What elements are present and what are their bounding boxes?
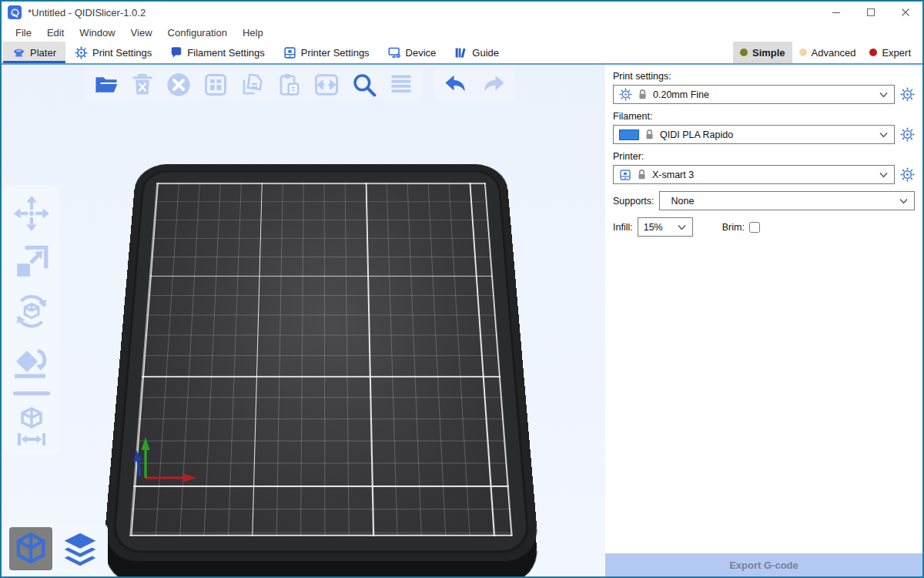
filament-value: QIDI PLA Rapido xyxy=(660,129,874,140)
open-button[interactable] xyxy=(94,74,119,96)
close-button[interactable] xyxy=(888,2,922,23)
print-settings-label: Print settings: xyxy=(613,71,915,82)
copy-icon xyxy=(240,72,265,97)
place-on-face-button[interactable] xyxy=(12,341,52,381)
object-manipulation-toolbar xyxy=(3,185,59,455)
variable-layer-height-button[interactable] xyxy=(390,73,413,96)
brim-checkbox[interactable] xyxy=(749,222,760,233)
trash-icon xyxy=(132,73,153,96)
maximize-button[interactable] xyxy=(853,2,888,23)
simple-dot-icon xyxy=(740,49,748,56)
open-folder-icon xyxy=(94,74,119,96)
arrange-button[interactable] xyxy=(204,73,227,96)
mode-simple[interactable]: Simple xyxy=(733,42,792,63)
filament-color-swatch xyxy=(619,129,639,140)
undo-button[interactable] xyxy=(444,74,468,96)
tab-label: Plater xyxy=(30,47,56,59)
mode-label: Simple xyxy=(752,47,785,59)
3d-viewport[interactable] xyxy=(2,65,605,576)
tab-filament-settings[interactable]: Filament Settings xyxy=(161,42,273,63)
menu-help[interactable]: Help xyxy=(235,27,271,39)
chevron-down-icon xyxy=(879,172,888,178)
tabbar: Plater Print Settings Filament Settings … xyxy=(2,42,922,65)
menu-file[interactable]: File xyxy=(8,27,39,39)
scale-icon xyxy=(12,243,51,281)
export-gcode-button[interactable]: Export G-code xyxy=(605,553,922,576)
move-button[interactable] xyxy=(12,194,51,233)
measure-button[interactable] xyxy=(12,405,51,445)
printer-combo[interactable]: X-smart 3 xyxy=(613,165,895,184)
preview-view-button[interactable] xyxy=(59,527,102,570)
advanced-dot-icon xyxy=(799,49,807,56)
menu-view[interactable]: View xyxy=(123,27,160,39)
mode-label: Advanced xyxy=(812,47,856,59)
tab-printer-settings[interactable]: Printer Settings xyxy=(274,42,379,63)
delete-all-button[interactable] xyxy=(166,72,191,97)
mode-expert[interactable]: Expert xyxy=(862,42,918,63)
redo-button[interactable] xyxy=(481,74,506,96)
copy-button[interactable] xyxy=(240,72,265,97)
platter-icon xyxy=(12,46,25,59)
filament-combo[interactable]: QIDI PLA Rapido xyxy=(613,125,895,144)
toolbar-divider xyxy=(13,391,50,395)
tab-print-settings[interactable]: Print Settings xyxy=(65,42,161,63)
move-icon xyxy=(12,194,51,233)
lock-icon xyxy=(637,169,647,180)
z-axis-arrow xyxy=(138,459,140,476)
print-settings-gear-button[interactable] xyxy=(899,87,915,102)
supports-combo[interactable]: None xyxy=(659,191,915,210)
mode-advanced[interactable]: Advanced xyxy=(792,42,863,63)
menu-configuration[interactable]: Configuration xyxy=(160,27,235,39)
3d-editor-view-button[interactable] xyxy=(9,527,52,570)
preview-layers-icon xyxy=(62,530,99,567)
rotate-button[interactable] xyxy=(12,291,52,331)
print-settings-combo[interactable]: 0.20mm Fine xyxy=(613,85,895,104)
flatten-icon xyxy=(12,341,52,381)
tab-plater[interactable]: Plater xyxy=(3,42,65,63)
mode-switcher: Simple Advanced Expert xyxy=(733,42,922,63)
tab-guide[interactable]: Guide xyxy=(445,42,508,63)
menu-edit[interactable]: Edit xyxy=(39,27,72,39)
app-logo-icon xyxy=(8,5,22,19)
gear-icon xyxy=(900,87,915,102)
arrange-icon xyxy=(204,73,227,96)
main-area: Print settings: 0.20mm Fine Filament: QI… xyxy=(2,65,922,576)
printer-gear-button[interactable] xyxy=(899,167,915,183)
tab-label: Guide xyxy=(472,47,499,59)
paste-button[interactable] xyxy=(278,72,301,97)
filament-icon xyxy=(170,46,182,59)
print-bed xyxy=(90,107,552,576)
paste-icon xyxy=(278,72,301,97)
rotate-icon xyxy=(12,291,52,331)
gear-icon xyxy=(900,167,915,182)
gear-icon xyxy=(75,46,88,59)
printer-value: X-smart 3 xyxy=(652,170,874,180)
main-toolbar xyxy=(85,68,422,101)
gear-icon xyxy=(900,127,915,142)
delete-button[interactable] xyxy=(132,73,153,96)
origin-axes xyxy=(129,433,213,489)
tab-label: Filament Settings xyxy=(187,47,264,59)
infill-value: 15% xyxy=(644,222,672,233)
minimize-button[interactable] xyxy=(819,2,853,23)
infill-combo[interactable]: 15% xyxy=(638,217,693,237)
split-button[interactable] xyxy=(314,73,339,96)
split-icon xyxy=(314,73,339,96)
chevron-down-icon xyxy=(879,92,888,98)
tab-device[interactable]: Device xyxy=(379,42,446,63)
printer-icon xyxy=(283,46,296,59)
supports-label: Supports: xyxy=(613,196,654,207)
chevron-down-icon xyxy=(899,198,908,204)
search-button[interactable] xyxy=(352,72,377,97)
brim-label: Brim: xyxy=(722,222,745,233)
view-switcher xyxy=(3,523,108,574)
infill-label: Infill: xyxy=(613,222,633,233)
tab-label: Printer Settings xyxy=(301,47,370,59)
mode-label: Expert xyxy=(882,47,911,59)
app-window: *Untitled - QIDISlicer-1.0.2 File Edit W… xyxy=(0,0,924,578)
scale-button[interactable] xyxy=(12,243,51,281)
menu-window[interactable]: Window xyxy=(72,27,122,39)
guide-books-icon xyxy=(454,46,467,59)
bed-frame xyxy=(102,164,540,561)
filament-gear-button[interactable] xyxy=(899,127,915,143)
